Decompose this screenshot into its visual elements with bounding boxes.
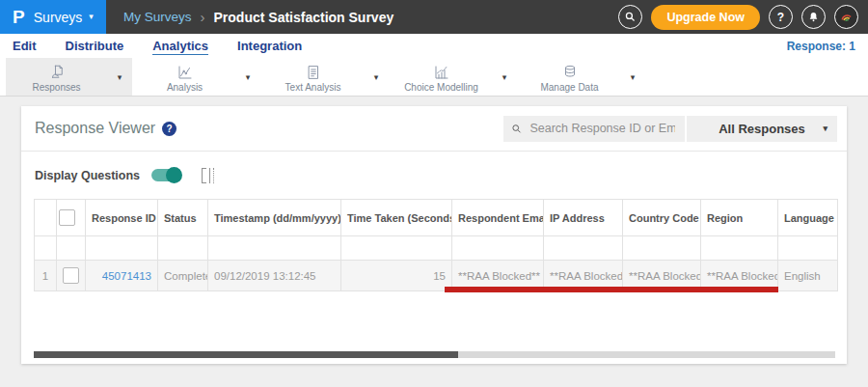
global-search-button[interactable] (618, 5, 642, 29)
row-number-header (35, 200, 57, 236)
chevron-down-icon[interactable]: ▾ (107, 72, 132, 82)
red-highlight-annotation (445, 287, 778, 292)
select-all-header (57, 200, 86, 236)
bell-icon (807, 11, 820, 23)
analytics-ribbon: Responses ▾ Analysis ▾ Text Analysis ▾ C… (0, 58, 868, 97)
filter-cell[interactable] (86, 236, 158, 261)
avatar-logo-icon (838, 9, 854, 25)
filter-cell[interactable] (544, 236, 623, 261)
filter-cell (35, 236, 57, 261)
tab-integration[interactable]: Integration (237, 39, 302, 53)
language-cell: English (778, 261, 838, 291)
surveys-menu-label: Surveys (34, 10, 83, 25)
chevron-down-icon[interactable]: ▾ (492, 72, 517, 82)
freeze-columns-icon[interactable] (202, 168, 214, 183)
survey-tabbar: Edit Distribute Analytics Integration Re… (0, 34, 868, 58)
bar-chart-icon (432, 64, 451, 81)
product-switcher[interactable]: P Surveys ▾ (0, 0, 106, 34)
scrollbar-thumb[interactable] (34, 351, 458, 358)
ribbon-item-analysis[interactable]: Analysis ▾ (134, 58, 260, 96)
ribbon-label: Responses (32, 82, 80, 93)
response-id-link[interactable]: 45071413 (102, 270, 151, 282)
breadcrumb: My Surveys › Product Satisfaction Survey (123, 0, 393, 34)
ribbon-label: Choice Modelling (404, 82, 478, 93)
column-header-country-code: Country Code (623, 200, 701, 236)
account-avatar[interactable] (834, 5, 858, 29)
display-questions-label: Display Questions (35, 169, 140, 182)
chevron-down-icon: ▾ (823, 124, 827, 133)
tab-edit[interactable]: Edit (13, 39, 37, 53)
notifications-button[interactable] (801, 5, 826, 29)
row-number-cell: 1 (35, 261, 57, 291)
response-count-label: Response: 1 (787, 40, 855, 53)
viewer-help-icon[interactable]: ? (162, 122, 176, 136)
question-mark-icon: ? (777, 11, 784, 24)
row-checkbox[interactable] (63, 267, 79, 284)
surveys-menu[interactable]: Surveys ▾ (34, 10, 94, 25)
upgrade-now-button[interactable]: Upgrade Now (651, 5, 760, 30)
breadcrumb-separator-icon: › (201, 10, 205, 24)
chevron-down-icon[interactable]: ▾ (620, 72, 645, 82)
ribbon-label: Text Analysis (285, 82, 341, 93)
filter-cell[interactable] (57, 236, 86, 261)
column-header-response-id[interactable]: Response ID (86, 200, 158, 236)
column-header-time-taken[interactable]: Time Taken (Seconds) (341, 200, 452, 236)
filter-cell[interactable] (778, 236, 838, 261)
app-window: P Surveys ▾ My Surveys › Product Satisfa… (0, 0, 868, 387)
search-icon (624, 11, 637, 23)
ribbon-label: Analysis (167, 82, 203, 93)
column-header-status: Status (158, 200, 208, 236)
breadcrumb-my-surveys[interactable]: My Surveys (123, 10, 192, 24)
toggle-knob[interactable] (166, 167, 182, 183)
chevron-down-icon[interactable]: ▾ (235, 72, 260, 82)
database-icon (560, 64, 580, 81)
ribbon-label: Manage Data (540, 82, 598, 93)
breadcrumb-survey-title: Product Satisfaction Survey (214, 10, 394, 25)
analysis-button[interactable]: Analysis (134, 57, 235, 97)
filter-cell[interactable] (623, 236, 701, 261)
filter-row (35, 236, 838, 261)
viewer-controls: All Responses ▾ (503, 116, 837, 142)
time-taken-cell: 15 (341, 261, 452, 291)
responses-filter-dropdown[interactable]: All Responses ▾ (687, 116, 837, 142)
row-select-cell (57, 261, 86, 291)
manage-data-button[interactable]: Manage Data (519, 57, 620, 97)
horizontal-scrollbar[interactable] (34, 351, 835, 358)
filter-cell[interactable] (341, 236, 452, 261)
column-header-ip-address: IP Address (544, 200, 623, 236)
response-search-box (503, 116, 685, 142)
tab-distribute[interactable]: Distribute (66, 39, 124, 53)
choice-modelling-button[interactable]: Choice Modelling (391, 57, 492, 97)
questionpro-logo: P (13, 8, 25, 26)
ribbon-item-responses[interactable]: Responses ▾ (6, 58, 132, 96)
text-document-icon (304, 64, 323, 81)
responses-button[interactable]: Responses (6, 57, 107, 97)
text-analysis-button[interactable]: Text Analysis (262, 57, 364, 97)
column-header-timestamp[interactable]: Timestamp (dd/mm/yyyy) (208, 200, 341, 236)
table-header-row: Response ID Status Timestamp (dd/mm/yyyy… (35, 200, 838, 236)
ribbon-item-choice-modelling[interactable]: Choice Modelling ▾ (391, 58, 517, 96)
response-viewer-card: Response Viewer ? All Responses ▾ Displa… (21, 106, 847, 364)
filter-cell[interactable] (208, 236, 341, 261)
column-header-language: Language (778, 200, 838, 236)
ribbon-item-text-analysis[interactable]: Text Analysis ▾ (262, 58, 389, 96)
display-questions-toggle[interactable] (151, 169, 180, 181)
hand-document-icon (47, 64, 67, 81)
tab-analytics[interactable]: Analytics (152, 39, 208, 53)
select-all-checkbox[interactable] (59, 209, 75, 226)
status-cell: Completed (158, 261, 208, 291)
filter-cell[interactable] (701, 236, 778, 261)
ribbon-item-manage-data[interactable]: Manage Data ▾ (519, 58, 645, 96)
topbar: P Surveys ▾ My Surveys › Product Satisfa… (0, 0, 868, 34)
search-icon (511, 123, 522, 135)
help-button[interactable]: ? (769, 5, 793, 29)
response-search-input[interactable] (528, 121, 677, 136)
responses-table: Response ID Status Timestamp (dd/mm/yyyy… (34, 199, 838, 291)
column-header-region: Region (701, 200, 778, 236)
responses-filter-value: All Responses (719, 122, 805, 136)
timestamp-cell: 09/12/2019 13:12:45 (208, 261, 341, 291)
display-controls-row: Display Questions (21, 152, 847, 193)
chevron-down-icon[interactable]: ▾ (364, 72, 389, 82)
filter-cell[interactable] (158, 236, 208, 261)
filter-cell[interactable] (452, 236, 544, 261)
